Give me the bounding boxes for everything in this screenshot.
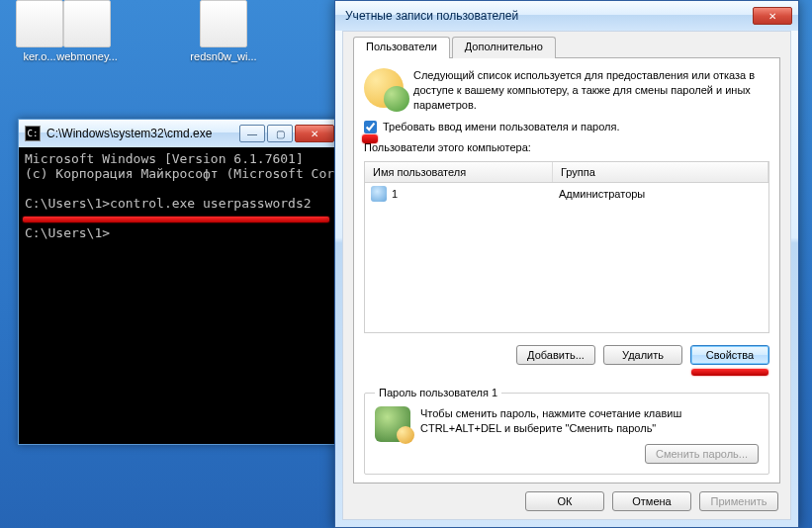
close-button[interactable]: ✕ bbox=[753, 7, 792, 25]
ok-button[interactable]: ОК bbox=[525, 491, 604, 511]
checkbox-label: Требовать ввод имени пользователя и паро… bbox=[383, 121, 619, 132]
cmd-titlebar[interactable]: C: C:\Windows\system32\cmd.exe — ▢ ✕ bbox=[19, 120, 338, 147]
cmd-icon: C: bbox=[25, 126, 41, 141]
properties-button-label: Свойства bbox=[706, 349, 754, 361]
cmd-window: C: C:\Windows\system32\cmd.exe — ▢ ✕ Mic… bbox=[18, 119, 339, 445]
apply-button: Применить bbox=[699, 491, 778, 511]
user-list[interactable]: Имя пользователя Группа 1 Администраторы bbox=[364, 161, 769, 334]
change-password-button: Сменить пароль... bbox=[645, 444, 759, 464]
password-group: Пароль пользователя 1 Чтобы сменить паро… bbox=[364, 387, 769, 475]
intro-text: Следующий список используется для предос… bbox=[413, 68, 769, 113]
cmd-line: C:\Users\1>control.exe userpasswords2 bbox=[25, 196, 312, 211]
users-icon bbox=[364, 68, 404, 108]
annotation-highlight bbox=[23, 217, 329, 222]
icon-label: redsn0w_wi... bbox=[184, 50, 263, 63]
file-icon bbox=[200, 0, 247, 47]
tabstrip: Пользователи Дополнительно bbox=[353, 37, 780, 58]
list-label: Пользователи этого компьютера: bbox=[364, 141, 769, 153]
cmd-line: (c) Корпорация Майкрософт (Microsoft Cor… bbox=[25, 166, 338, 181]
list-item[interactable]: 1 Администраторы bbox=[365, 183, 768, 205]
minimize-button[interactable]: — bbox=[239, 125, 265, 142]
cmd-title: C:\Windows\system32\cmd.exe bbox=[46, 127, 231, 140]
properties-button[interactable]: Свойства bbox=[690, 345, 769, 365]
dialog-footer: ОК Отмена Применить bbox=[353, 484, 780, 511]
password-legend: Пароль пользователя 1 bbox=[375, 387, 501, 398]
require-login-checkbox-row[interactable]: Требовать ввод имени пользователя и паро… bbox=[364, 121, 769, 133]
tab-users[interactable]: Пользователи bbox=[353, 37, 450, 58]
user-accounts-dialog: Учетные записи пользователей ✕ Пользоват… bbox=[334, 0, 799, 528]
cmd-line: Microsoft Windows [Version 6.1.7601] bbox=[25, 151, 304, 166]
tab-advanced[interactable]: Дополнительно bbox=[452, 37, 556, 58]
user-group: Администраторы bbox=[559, 188, 763, 200]
annotation-highlight bbox=[691, 369, 768, 376]
add-button[interactable]: Добавить... bbox=[516, 345, 595, 365]
key-icon bbox=[375, 406, 410, 442]
tab-panel-users: Следующий список используется для предос… bbox=[353, 57, 780, 484]
list-buttons: Добавить... Удалить Свойства bbox=[364, 345, 769, 365]
remove-button[interactable]: Удалить bbox=[603, 345, 682, 365]
desktop-icon[interactable]: webmoney... bbox=[47, 0, 127, 63]
cmd-line: C:\Users\1> bbox=[25, 225, 110, 240]
person-icon bbox=[371, 186, 387, 202]
dialog-title: Учетные записи пользователей bbox=[345, 9, 751, 23]
list-header: Имя пользователя Группа bbox=[365, 162, 768, 183]
annotation-highlight bbox=[362, 134, 378, 143]
column-group[interactable]: Группа bbox=[553, 162, 768, 182]
file-icon bbox=[63, 0, 111, 47]
close-button[interactable]: ✕ bbox=[295, 125, 334, 142]
desktop-icon[interactable]: redsn0w_wi... bbox=[184, 0, 263, 63]
maximize-button[interactable]: ▢ bbox=[267, 125, 293, 142]
require-login-checkbox[interactable] bbox=[364, 121, 377, 133]
intro-row: Следующий список используется для предос… bbox=[364, 68, 769, 113]
user-name: 1 bbox=[392, 188, 398, 200]
column-user[interactable]: Имя пользователя bbox=[365, 162, 553, 182]
dialog-titlebar[interactable]: Учетные записи пользователей ✕ bbox=[335, 1, 798, 31]
cmd-output[interactable]: Microsoft Windows [Version 6.1.7601] (c)… bbox=[19, 147, 338, 444]
password-text: Чтобы сменить пароль, нажмите сочетание … bbox=[420, 406, 759, 436]
icon-label: webmoney... bbox=[47, 50, 127, 63]
dialog-client: Пользователи Дополнительно Следующий спи… bbox=[342, 31, 791, 520]
cancel-button[interactable]: Отмена bbox=[612, 491, 691, 511]
